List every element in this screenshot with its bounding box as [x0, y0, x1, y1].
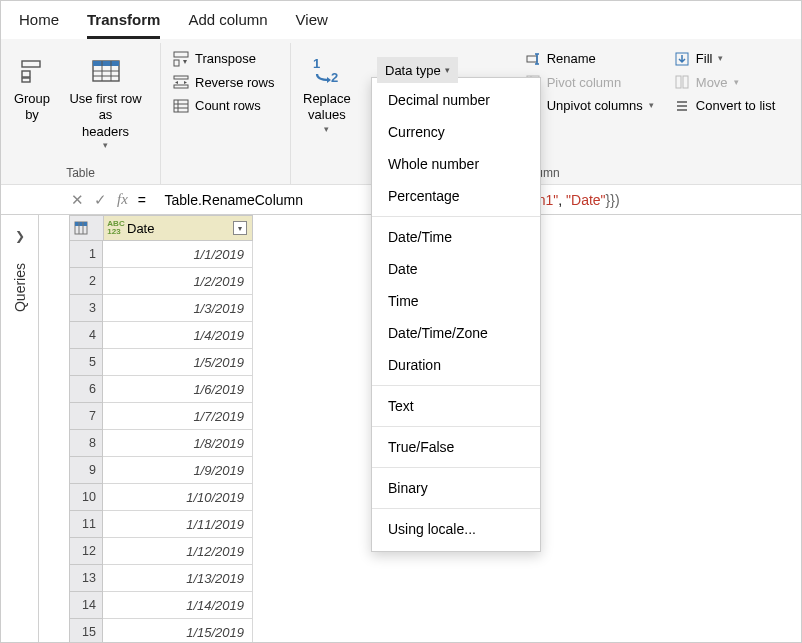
svg-rect-9 [174, 52, 188, 57]
pivot-column-button[interactable]: Pivot column [525, 73, 654, 93]
menu-percentage[interactable]: Percentage [372, 180, 540, 212]
cell-date[interactable]: 1/11/2019 [103, 511, 253, 538]
row-number[interactable]: 2 [69, 268, 103, 295]
row-number[interactable]: 6 [69, 376, 103, 403]
svg-rect-37 [75, 222, 87, 226]
menu-duration[interactable]: Duration [372, 349, 540, 381]
menu-truefalse[interactable]: True/False [372, 431, 540, 463]
tab-transform[interactable]: Transform [87, 11, 160, 39]
row-number[interactable]: 11 [69, 511, 103, 538]
chevron-down-icon: ▾ [103, 140, 108, 151]
column-filter-dropdown[interactable]: ▾ [233, 221, 247, 235]
table-row[interactable]: 41/4/2019 [69, 322, 253, 349]
formula-accept-icon[interactable]: ✓ [94, 191, 107, 209]
data-type-dropdown-button[interactable]: Data type ▾ [377, 57, 458, 83]
svg-rect-11 [174, 76, 188, 79]
unpivot-columns-button[interactable]: Unpivot columns ▾ [525, 96, 654, 116]
row-number[interactable]: 1 [69, 241, 103, 268]
queries-label: Queries [12, 263, 28, 312]
svg-rect-13 [174, 100, 188, 112]
formula-cancel-icon[interactable]: ✕ [71, 191, 84, 209]
data-type-menu: Decimal number Currency Whole number Per… [371, 77, 541, 552]
table-row[interactable]: 71/7/2019 [69, 403, 253, 430]
rename-button[interactable]: Rename [525, 49, 654, 69]
menu-date[interactable]: Date [372, 253, 540, 285]
row-number-header[interactable] [69, 215, 103, 241]
tab-add-column[interactable]: Add column [188, 11, 267, 39]
menu-currency[interactable]: Currency [372, 116, 540, 148]
transpose-button[interactable]: Transpose [173, 49, 274, 69]
menu-decimal-number[interactable]: Decimal number [372, 84, 540, 116]
table-row[interactable]: 31/3/2019 [69, 295, 253, 322]
menu-binary[interactable]: Binary [372, 472, 540, 504]
table-row[interactable]: 91/9/2019 [69, 457, 253, 484]
fx-icon[interactable]: fx [117, 191, 128, 208]
cell-date[interactable]: 1/7/2019 [103, 403, 253, 430]
row-number[interactable]: 9 [69, 457, 103, 484]
cell-date[interactable]: 1/2/2019 [103, 268, 253, 295]
menu-datetime[interactable]: Date/Time [372, 221, 540, 253]
data-grid: ABC123 Date ▾ 11/1/201921/2/201931/3/201… [39, 215, 253, 642]
replace-values-button[interactable]: 12 Replace values ▾ [297, 47, 357, 139]
cell-date[interactable]: 1/4/2019 [103, 322, 253, 349]
svg-rect-0 [22, 61, 40, 67]
table-row[interactable]: 51/5/2019 [69, 349, 253, 376]
cell-date[interactable]: 1/5/2019 [103, 349, 253, 376]
cell-date[interactable]: 1/10/2019 [103, 484, 253, 511]
row-number[interactable]: 15 [69, 619, 103, 643]
convert-to-list-button[interactable]: Convert to list [674, 96, 775, 116]
row-number[interactable]: 5 [69, 349, 103, 376]
table-row[interactable]: 141/14/2019 [69, 592, 253, 619]
cell-date[interactable]: 1/1/2019 [103, 241, 253, 268]
cell-date[interactable]: 1/9/2019 [103, 457, 253, 484]
cell-date[interactable]: 1/8/2019 [103, 430, 253, 457]
table-row[interactable]: 21/2/2019 [69, 268, 253, 295]
menu-datetimezone[interactable]: Date/Time/Zone [372, 317, 540, 349]
row-number[interactable]: 10 [69, 484, 103, 511]
row-number[interactable]: 14 [69, 592, 103, 619]
row-number[interactable]: 12 [69, 538, 103, 565]
table-row[interactable]: 131/13/2019 [69, 565, 253, 592]
table-row[interactable]: 111/11/2019 [69, 511, 253, 538]
table-row[interactable]: 61/6/2019 [69, 376, 253, 403]
count-rows-button[interactable]: Count rows [173, 96, 274, 116]
cell-date[interactable]: 1/3/2019 [103, 295, 253, 322]
use-first-row-button[interactable]: Use first row as headers ▾ [57, 47, 154, 155]
cell-date[interactable]: 1/13/2019 [103, 565, 253, 592]
cell-date[interactable]: 1/12/2019 [103, 538, 253, 565]
group-by-icon [18, 51, 46, 91]
menu-separator [372, 508, 540, 509]
reverse-rows-button[interactable]: Reverse rows [173, 73, 274, 93]
menu-using-locale[interactable]: Using locale... [372, 513, 540, 545]
row-number[interactable]: 13 [69, 565, 103, 592]
table-row[interactable]: 151/15/2019 [69, 619, 253, 643]
row-number[interactable]: 8 [69, 430, 103, 457]
svg-rect-32 [683, 76, 688, 88]
chevron-down-icon: ▾ [649, 99, 654, 113]
cell-date[interactable]: 1/15/2019 [103, 619, 253, 643]
chevron-right-icon[interactable]: ❯ [15, 229, 25, 243]
queries-sidebar[interactable]: ❯ Queries [1, 215, 39, 642]
svg-text:1: 1 [313, 56, 320, 71]
table-row[interactable]: 101/10/2019 [69, 484, 253, 511]
move-button[interactable]: Move ▾ [674, 73, 775, 93]
row-number[interactable]: 4 [69, 322, 103, 349]
menu-whole-number[interactable]: Whole number [372, 148, 540, 180]
table-row[interactable]: 11/1/2019 [69, 241, 253, 268]
move-icon [674, 74, 690, 90]
table-row[interactable]: 121/12/2019 [69, 538, 253, 565]
fill-button[interactable]: Fill ▾ [674, 49, 775, 69]
tab-view[interactable]: View [296, 11, 328, 39]
cell-date[interactable]: 1/14/2019 [103, 592, 253, 619]
tab-home[interactable]: Home [19, 11, 59, 39]
row-number[interactable]: 7 [69, 403, 103, 430]
svg-rect-10 [174, 60, 179, 66]
group-by-button[interactable]: Group by [7, 47, 57, 128]
cell-date[interactable]: 1/6/2019 [103, 376, 253, 403]
row-number[interactable]: 3 [69, 295, 103, 322]
chevron-down-icon: ▾ [445, 65, 450, 75]
table-row[interactable]: 81/8/2019 [69, 430, 253, 457]
menu-text[interactable]: Text [372, 390, 540, 422]
menu-time[interactable]: Time [372, 285, 540, 317]
column-header-date[interactable]: ABC123 Date ▾ [103, 215, 253, 241]
